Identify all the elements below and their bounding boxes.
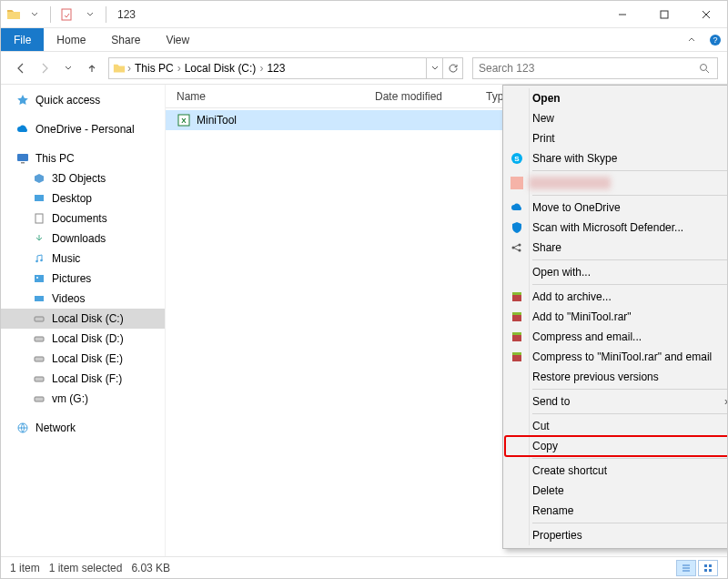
up-button[interactable] [81,57,103,79]
nav-desktop[interactable]: Desktop [1,188,165,208]
context-scan-defender[interactable]: Scan with Microsoft Defender... [505,218,728,238]
svg-point-27 [519,249,521,252]
context-properties[interactable]: Properties [505,525,728,545]
nav-local-disk-d[interactable]: Local Disk (D:) [1,329,165,349]
context-compress-minitool-email[interactable]: Compress to "MiniTool.rar" and email [505,347,728,367]
document-icon [32,211,46,226]
context-create-shortcut[interactable]: Create shortcut [505,461,728,481]
nav-network[interactable]: Network [1,418,165,438]
drive-icon [32,311,46,326]
svg-rect-33 [512,332,521,335]
context-cut[interactable]: Cut [505,416,728,436]
tab-file[interactable]: File [1,28,44,51]
excel-icon: X [177,113,191,127]
qat-properties-icon[interactable] [56,5,76,25]
nav-label: Local Disk (D:) [52,332,124,345]
context-add-minitool-rar[interactable]: Add to "MiniTool.rar" [505,307,728,327]
nav-onedrive[interactable]: OneDrive - Personal [1,119,165,139]
nav-downloads[interactable]: Downloads [1,229,165,249]
drive-icon [32,371,46,386]
download-icon [32,231,46,246]
context-delete[interactable]: Delete [505,481,728,501]
context-copy[interactable]: Copy [505,436,728,456]
nav-pictures[interactable]: Pictures [1,269,165,289]
context-restore-previous[interactable]: Restore previous versions [505,367,728,387]
nav-vm-g[interactable]: vm (G:) [1,389,165,409]
context-open-with[interactable]: Open with... [505,262,728,282]
address-bar[interactable]: › This PC › Local Disk (C:) › 123 [108,57,463,79]
nav-local-disk-f[interactable]: Local Disk (F:) [1,369,165,389]
tab-view[interactable]: View [153,28,202,51]
back-button[interactable] [10,57,32,79]
breadcrumb-this-pc[interactable]: This PC [131,62,177,75]
context-share-skype[interactable]: SShare with Skype [505,148,728,168]
svg-rect-7 [35,195,44,201]
nav-label: Videos [52,292,85,305]
nav-quick-access[interactable]: Quick access [1,90,165,110]
context-share[interactable]: Share [505,238,728,258]
close-button[interactable] [685,1,727,28]
svg-rect-24 [511,177,523,189]
tab-share[interactable]: Share [98,28,153,51]
recent-dropdown[interactable] [57,57,79,79]
network-icon [15,421,30,435]
tab-home[interactable]: Home [44,28,98,51]
navigation-pane: Quick access OneDrive - Personal This PC… [1,85,165,556]
search-input[interactable] [479,62,697,75]
svg-rect-0 [62,9,71,20]
nav-label: Music [52,252,80,265]
view-icons-button[interactable] [698,560,718,576]
status-bar: 1 item 1 item selected 6.03 KB [1,556,727,578]
nav-music[interactable]: Music [1,249,165,269]
svg-rect-18 [35,397,44,401]
context-open[interactable]: Open [505,88,728,108]
nav-documents[interactable]: Documents [1,208,165,229]
nav-videos[interactable]: Videos [1,289,165,309]
quick-access-toolbar [1,5,108,25]
nav-local-disk-e[interactable]: Local Disk (E:) [1,349,165,369]
column-header-name[interactable]: Name [177,90,375,103]
nav-arrows [10,57,103,79]
refresh-button[interactable] [442,58,462,78]
view-toggle-group [676,560,718,576]
chevron-right-icon: › [718,395,728,408]
nav-local-disk-c[interactable]: Local Disk (C:) [1,309,165,329]
maximize-button[interactable] [643,1,685,28]
context-add-archive[interactable]: Add to archive... [505,287,728,307]
context-rename[interactable]: Rename [505,501,728,521]
forward-button[interactable] [34,57,56,79]
breadcrumb-local-disk-c[interactable]: Local Disk (C:) [181,62,260,75]
window-controls [602,1,727,28]
file-name: MiniTool [197,114,375,127]
context-redacted-item[interactable]: hidden [505,173,728,193]
view-details-button[interactable] [676,560,696,576]
svg-rect-35 [512,352,521,355]
address-dropdown[interactable] [426,58,442,78]
context-send-to[interactable]: Send to› [505,391,728,411]
svg-rect-6 [21,162,25,164]
nav-label: Documents [52,212,107,225]
qat-dropdown-2[interactable] [80,5,100,25]
svg-rect-11 [35,275,44,282]
breadcrumb-123[interactable]: 123 [263,62,288,75]
svg-rect-29 [512,292,521,295]
context-compress-email[interactable]: Compress and email... [505,327,728,347]
winrar-icon [505,290,529,303]
winrar-icon [505,350,529,363]
search-box[interactable] [472,57,718,79]
context-new[interactable]: New [505,108,728,128]
folder-icon [6,7,21,22]
nav-label: Desktop [52,192,92,205]
qat-dropdown[interactable] [25,5,45,25]
context-move-onedrive[interactable]: Move to OneDrive [505,198,728,218]
ribbon-collapse-button[interactable] [680,28,703,51]
minimize-button[interactable] [602,1,643,28]
context-print[interactable]: Print [505,128,728,148]
svg-rect-8 [35,214,43,223]
column-header-date[interactable]: Date modified [375,90,486,103]
context-menu: Open New Print SShare with Skype hidden … [502,85,728,549]
nav-3d-objects[interactable]: 3D Objects [1,168,165,188]
help-button[interactable]: ? [703,28,727,51]
search-icon[interactable] [697,61,712,76]
nav-this-pc[interactable]: This PC [1,148,165,168]
